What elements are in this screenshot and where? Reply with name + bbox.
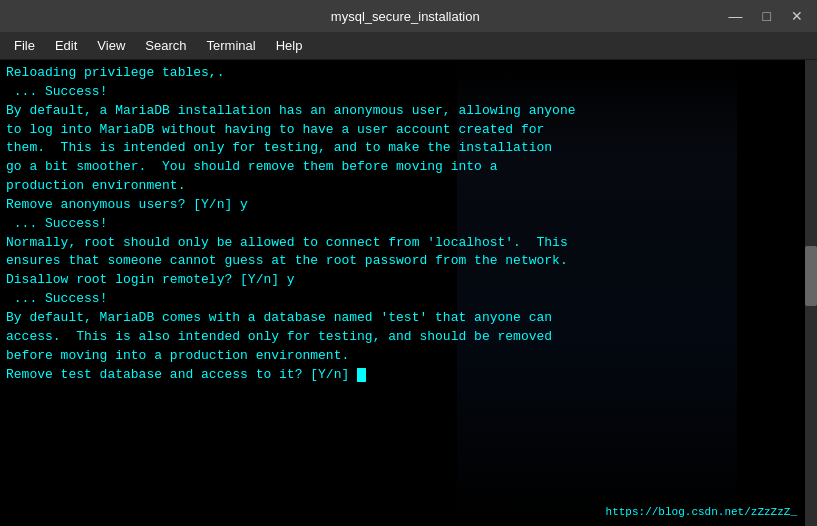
terminal-line: go a bit smoother. You should remove the… [6, 158, 811, 177]
terminal-line: ensures that someone cannot guess at the… [6, 252, 811, 271]
maximize-button[interactable]: □ [757, 7, 777, 25]
cursor [357, 368, 366, 382]
menu-file[interactable]: File [4, 35, 45, 56]
terminal-line: to log into MariaDB without having to ha… [6, 121, 811, 140]
menu-help[interactable]: Help [266, 35, 313, 56]
terminal-body[interactable]: Reloading privilege tables,. ... Success… [0, 60, 817, 526]
terminal-line: them. This is intended only for testing,… [6, 139, 811, 158]
scrollbar[interactable] [805, 60, 817, 526]
terminal-line: Remove test database and access to it? [… [6, 366, 811, 385]
minimize-button[interactable]: — [723, 7, 749, 25]
terminal-content: Reloading privilege tables,. ... Success… [6, 64, 811, 384]
terminal-line: Remove anonymous users? [Y/n] y [6, 196, 811, 215]
terminal-line: production environment. [6, 177, 811, 196]
menu-bar: File Edit View Search Terminal Help [0, 32, 817, 60]
status-bar: https://blog.csdn.net/zZzZzZ_ [606, 502, 797, 520]
terminal-line: access. This is also intended only for t… [6, 328, 811, 347]
terminal-line: ... Success! [6, 290, 811, 309]
window-controls: — □ ✕ [723, 7, 809, 25]
terminal-line: ... Success! [6, 215, 811, 234]
title-bar: mysql_secure_installation — □ ✕ [0, 0, 817, 32]
terminal-line: Normally, root should only be allowed to… [6, 234, 811, 253]
terminal-line: before moving into a production environm… [6, 347, 811, 366]
scrollbar-thumb[interactable] [805, 246, 817, 306]
terminal-line: Reloading privilege tables,. [6, 64, 811, 83]
terminal-line: ... Success! [6, 83, 811, 102]
status-url: https://blog.csdn.net/zZzZzZ_ [606, 506, 797, 518]
menu-edit[interactable]: Edit [45, 35, 87, 56]
terminal-line: Disallow root login remotely? [Y/n] y [6, 271, 811, 290]
menu-terminal[interactable]: Terminal [197, 35, 266, 56]
window-title: mysql_secure_installation [88, 9, 723, 24]
menu-view[interactable]: View [87, 35, 135, 56]
terminal-line: By default, MariaDB comes with a databas… [6, 309, 811, 328]
terminal-window: mysql_secure_installation — □ ✕ File Edi… [0, 0, 817, 526]
terminal-line: By default, a MariaDB installation has a… [6, 102, 811, 121]
menu-search[interactable]: Search [135, 35, 196, 56]
close-button[interactable]: ✕ [785, 7, 809, 25]
